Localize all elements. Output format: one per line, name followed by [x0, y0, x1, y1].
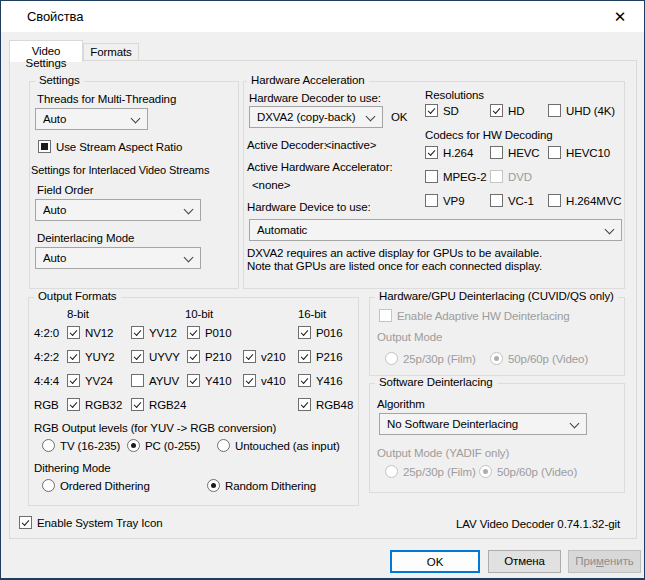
radio-icon — [479, 465, 492, 478]
row-label-444: 4:4:4 — [34, 375, 59, 387]
threads-value: Auto — [43, 113, 66, 125]
checkbox-icon — [243, 374, 256, 387]
checkbox-label: Y410 — [205, 375, 231, 387]
checkbox-v410[interactable]: v410 — [243, 374, 286, 387]
radio-hw-video: 50p/60p (Video) — [490, 352, 588, 365]
checkbox-mpeg2[interactable]: MPEG-2 — [425, 170, 487, 183]
checkbox-icon — [425, 146, 438, 159]
checkbox-icon — [425, 170, 438, 183]
checkbox-icon — [131, 398, 144, 411]
checkbox-h264[interactable]: H.264 — [425, 146, 473, 159]
checkbox-icon — [67, 326, 80, 339]
checkbox-vc1[interactable]: VC-1 — [490, 194, 534, 207]
aspect-ratio-checkbox[interactable]: Use Stream Aspect Ratio — [38, 140, 182, 153]
checkbox-label: SD — [443, 105, 459, 117]
radio-icon — [490, 352, 503, 365]
checkbox-rgb48[interactable]: RGB48 — [298, 398, 353, 411]
checkbox-icon — [298, 326, 311, 339]
radio-label: PC (0-255) — [145, 440, 200, 452]
checkbox-y410[interactable]: Y410 — [187, 374, 231, 387]
hw-output-mode-label: Output Mode — [377, 331, 442, 343]
hw-device-value: Automatic — [257, 224, 307, 236]
active-decoder-label: Active Decoder: — [247, 139, 327, 151]
checkbox-icon — [187, 326, 200, 339]
chevron-down-icon — [184, 205, 194, 215]
deint-mode-select[interactable]: Auto — [35, 247, 201, 269]
field-order-label: Field Order — [37, 184, 93, 196]
radio-label: 25p/30p (Film) — [403, 466, 476, 478]
col-header-8bit: 8-bit — [67, 308, 89, 320]
radio-tv-levels[interactable]: TV (16-235) — [42, 439, 120, 452]
checkbox-icon — [67, 374, 80, 387]
hw-device-select[interactable]: Automatic — [249, 219, 622, 241]
active-decoder-value: <inactive> — [325, 139, 376, 151]
checkbox-vp9[interactable]: VP9 — [425, 194, 464, 207]
checkbox-label: UYVY — [149, 351, 180, 363]
checkbox-yv12[interactable]: YV12 — [131, 326, 177, 339]
col-header-10bit: 10-bit — [185, 308, 213, 320]
checkbox-sd[interactable]: SD — [425, 104, 459, 117]
ok-button[interactable]: OK — [390, 550, 480, 573]
checkbox-icon — [187, 350, 200, 363]
checkbox-uyvy[interactable]: UYVY — [131, 350, 180, 363]
radio-random-dithering[interactable]: Random Dithering — [207, 479, 316, 492]
active-accel-label: Active Hardware Accelerator: — [247, 161, 392, 173]
checkbox-h264mvc[interactable]: H.264MVC — [548, 194, 621, 207]
checkbox-p210[interactable]: P210 — [187, 350, 231, 363]
checkbox-label: YV12 — [149, 327, 177, 339]
checkbox-icon — [187, 374, 200, 387]
row-label-422: 4:2:2 — [34, 351, 59, 363]
checkbox-v210[interactable]: v210 — [243, 350, 286, 363]
checkbox-label: YV24 — [85, 375, 113, 387]
hw-decoder-select[interactable]: DXVA2 (copy-back) — [249, 106, 383, 128]
checkbox-p016[interactable]: P016 — [298, 326, 342, 339]
checkbox-p216[interactable]: P216 — [298, 350, 342, 363]
radio-untouched-levels[interactable]: Untouched (as input) — [217, 439, 340, 452]
hw-decoder-status: OK — [391, 111, 407, 123]
close-icon[interactable]: ✕ — [609, 6, 631, 28]
checkbox-hd[interactable]: HD — [490, 104, 524, 117]
checkbox-label: RGB48 — [316, 399, 353, 411]
checkbox-nv12[interactable]: NV12 — [67, 326, 113, 339]
hw-accel-group-title: Hardware Acceleration — [247, 74, 369, 86]
threads-select[interactable]: Auto — [35, 108, 148, 130]
window-title: Свойства — [27, 9, 83, 24]
checkbox-yuy2[interactable]: YUY2 — [67, 350, 115, 363]
algorithm-value: No Software Deinterlacing — [387, 418, 518, 430]
cancel-button[interactable]: Отмена — [488, 550, 561, 573]
algorithm-select[interactable]: No Software Deinterlacing — [379, 413, 587, 435]
checkbox-icon — [298, 374, 311, 387]
field-order-select[interactable]: Auto — [35, 199, 201, 221]
radio-pc-levels[interactable]: PC (0-255) — [127, 439, 200, 452]
hw-note-line1: DXVA2 requires an active display for GPU… — [247, 247, 542, 259]
checkbox-icon — [548, 194, 561, 207]
checkbox-y416[interactable]: Y416 — [298, 374, 342, 387]
checkbox-label: P216 — [316, 351, 342, 363]
titlebar: Свойства ✕ — [1, 1, 644, 32]
radio-icon — [127, 439, 140, 452]
checkbox-rgb32[interactable]: RGB32 — [67, 398, 122, 411]
checkbox-label: v210 — [261, 351, 286, 363]
dithering-label: Dithering Mode — [34, 462, 111, 474]
checkbox-system-tray[interactable]: Enable System Tray Icon — [19, 516, 163, 529]
checkbox-rgb24[interactable]: RGB24 — [131, 398, 186, 411]
checkbox-uhd[interactable]: UHD (4K) — [548, 104, 615, 117]
checkbox-label: RGB24 — [149, 399, 186, 411]
tab-formats[interactable]: Formats — [83, 43, 139, 61]
checkbox-label: Enable Adaptive HW Deinterlacing — [397, 310, 570, 322]
radio-ordered-dithering[interactable]: Ordered Dithering — [42, 479, 150, 492]
checkbox-hevc[interactable]: HEVC — [490, 146, 540, 159]
tab-video-settings[interactable]: Video Settings — [9, 40, 83, 62]
checkbox-label: H.264MVC — [566, 195, 621, 207]
checkbox-ayuv[interactable]: AYUV — [131, 374, 179, 387]
checkbox-icon — [548, 146, 561, 159]
hw-note-line2: Note that GPUs are listed once for each … — [247, 260, 542, 272]
checkbox-yv24[interactable]: YV24 — [67, 374, 113, 387]
properties-dialog: Свойства ✕ Video Settings Formats Settin… — [0, 0, 645, 580]
checkbox-icon — [490, 170, 503, 183]
checkbox-hevc10[interactable]: HEVC10 — [548, 146, 610, 159]
checkbox-label: HEVC — [508, 147, 540, 159]
checkbox-p010[interactable]: P010 — [187, 326, 231, 339]
radio-label: Random Dithering — [225, 480, 316, 492]
radio-icon — [217, 439, 230, 452]
